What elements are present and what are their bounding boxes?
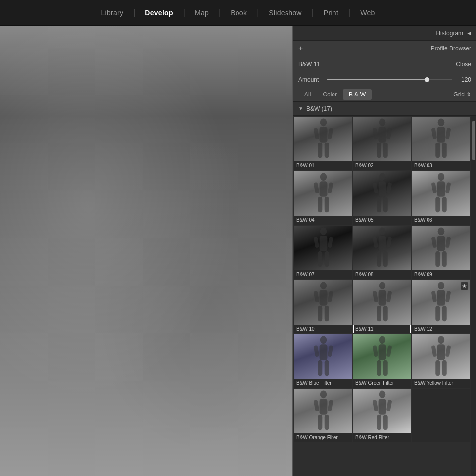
presets-row: B&W Orange Filter B&W Red Filter [294,389,470,442]
svg-rect-8 [377,143,381,158]
nav-develop[interactable]: Develop [136,9,182,17]
svg-rect-28 [373,182,379,194]
preset-item-bw07[interactable]: B&W 07 [294,226,352,279]
svg-rect-43 [379,236,386,251]
nav-slideshow[interactable]: Slideshow [260,9,310,17]
scrollbar-thumb[interactable] [472,121,475,160]
bw-section-header[interactable]: ▼ B&W (17) [293,102,476,116]
preset-item-bw12[interactable]: ★ B&W 12 [412,280,470,333]
preset-item-bw03[interactable]: B&W 03 [412,117,470,170]
histogram-collapse-icon[interactable]: ◄ [466,30,472,37]
svg-rect-38 [318,251,322,267]
preset-item-bw11[interactable]: B&W 11 [353,280,411,333]
svg-rect-2 [318,143,322,158]
preset-item-bworange[interactable]: B&W Orange Filter [294,389,352,442]
scrollbar[interactable] [471,116,476,476]
svg-point-30 [438,173,445,181]
svg-point-84 [438,336,445,344]
svg-rect-14 [435,143,440,158]
histogram-header: Histogram ◄ [293,26,476,41]
filter-tab-all[interactable]: All [298,89,317,100]
svg-rect-93 [325,415,329,430]
preset-label-bw09: B&W 09 [412,270,470,279]
svg-rect-56 [318,306,322,322]
svg-rect-5 [328,128,333,140]
add-profile-button[interactable]: + [298,44,303,53]
svg-rect-67 [437,290,445,306]
svg-rect-88 [431,345,437,357]
star-badge: ★ [461,282,468,290]
svg-rect-10 [373,128,379,140]
amount-slider-track[interactable] [327,79,452,80]
svg-rect-100 [373,400,379,412]
svg-point-66 [438,282,445,289]
nav-sep-2: | [182,8,186,17]
presets-row: B&W Blue Filter B&W Green Filter [294,334,470,388]
preset-thumbnail-bw05 [353,171,411,216]
svg-point-72 [320,336,327,344]
nav-library[interactable]: Library [92,9,132,17]
preset-item-bw02[interactable]: B&W 02 [353,117,411,170]
main-content: Histogram ◄ + Profile Browser B&W 11 Clo… [0,26,476,476]
svg-rect-74 [318,360,322,376]
svg-rect-45 [383,251,388,267]
nav-map[interactable]: Map [186,9,218,17]
svg-point-54 [320,282,327,289]
nav-web[interactable]: Web [351,9,383,17]
svg-rect-3 [325,143,329,158]
nav-print[interactable]: Print [315,9,347,17]
close-profile-button[interactable]: Close [456,61,471,68]
amount-slider-fill [327,79,427,80]
preset-label-bworange: B&W Orange Filter [294,433,352,442]
preset-item-bw10[interactable]: B&W 10 [294,280,352,333]
svg-point-6 [379,118,386,126]
svg-rect-94 [314,400,320,412]
preset-thumbnail-bw12: ★ [412,280,470,325]
preset-thumbnail-bw02 [353,117,411,161]
preset-thumbnail-bw03 [412,117,470,161]
preset-item-bw01[interactable]: B&W 01 [294,117,352,170]
preset-label-bw03: B&W 03 [412,161,470,170]
svg-rect-82 [373,345,379,357]
preset-item-bwred[interactable]: B&W Red Filter [353,389,411,442]
current-profile-name: B&W 11 [298,61,456,68]
preset-label-bwgreen: B&W Green Filter [353,379,411,388]
amount-slider-thumb[interactable] [425,77,429,82]
svg-rect-34 [431,182,437,194]
preset-item-bw05[interactable]: B&W 05 [353,171,411,225]
preset-label-bw06: B&W 06 [412,216,470,225]
preset-item-empty [412,389,470,442]
svg-rect-87 [442,360,447,376]
top-navigation: Library | Develop | Map | Book | Slidesh… [0,0,476,26]
preset-item-bwgreen[interactable]: B&W Green Filter [353,334,411,388]
preset-item-bwblue[interactable]: B&W Blue Filter [294,334,352,388]
panel-divider [292,26,293,476]
svg-rect-20 [318,197,322,213]
nav-book[interactable]: Book [222,9,256,17]
preset-item-bw06[interactable]: B&W 06 [412,171,470,225]
preset-item-bw08[interactable]: B&W 08 [353,226,411,279]
preset-item-bw09[interactable]: B&W 09 [412,226,470,279]
svg-rect-21 [325,197,329,213]
view-selector[interactable]: Grid ⇕ [453,91,471,98]
svg-rect-49 [437,236,445,251]
preset-thumbnail-bw06 [412,171,470,216]
svg-rect-62 [377,306,381,322]
preset-label-bw12: B&W 12 [412,325,470,333]
nav-sep-3: | [218,8,222,17]
nav-sep-6: | [347,8,351,17]
svg-rect-11 [386,128,392,140]
svg-rect-61 [379,290,386,306]
svg-rect-75 [325,360,329,376]
svg-rect-4 [314,128,320,140]
filter-tab-color[interactable]: Color [317,89,343,100]
preset-label-bwred: B&W Red Filter [353,433,411,442]
preset-thumbnail-bw08 [353,226,411,270]
filter-tab-bw[interactable]: B & W [343,89,372,100]
svg-rect-91 [320,399,328,415]
svg-rect-25 [379,181,386,197]
preset-item-bwyellow[interactable]: B&W Yellow Filter [412,334,470,388]
amount-value: 120 [456,76,471,83]
presets-row: B&W 07 B&W 08 [294,226,470,279]
preset-item-bw04[interactable]: B&W 04 [294,171,352,225]
